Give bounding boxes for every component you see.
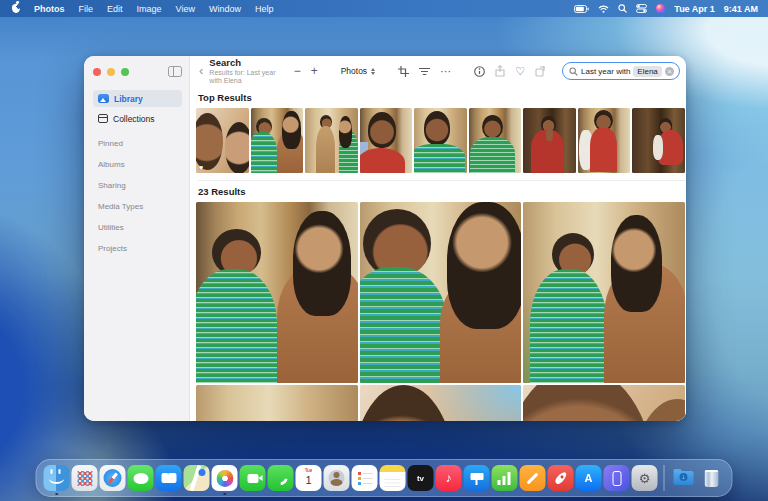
numbers-icon[interactable] — [492, 465, 518, 491]
filters-icon[interactable] — [419, 67, 430, 76]
app-store-icon[interactable]: A — [576, 465, 602, 491]
messages-icon[interactable] — [128, 465, 154, 491]
wifi-icon[interactable] — [598, 5, 609, 13]
view-dropdown[interactable]: Photos — [333, 63, 383, 79]
sidebar-section-media-types[interactable]: Media Types — [93, 202, 182, 211]
zoom-in-button[interactable]: + — [311, 65, 318, 77]
photo-selfie-two-friends[interactable]: ♥ — [196, 108, 249, 173]
photo-pair-alley-standing[interactable] — [196, 202, 358, 383]
view-dropdown-label: Photos — [341, 66, 367, 76]
photo-pair-close[interactable] — [360, 202, 522, 383]
share-icon[interactable] — [495, 65, 505, 77]
photo-pair-red-door[interactable] — [523, 108, 576, 173]
menu-bar: PhotosFileEditImageViewWindowHelp Tue Ap… — [0, 0, 768, 17]
tv-icon[interactable]: tv — [408, 465, 434, 491]
iphone-mirroring-icon[interactable] — [604, 465, 630, 491]
menu-image[interactable]: Image — [137, 4, 162, 14]
menu-help[interactable]: Help — [255, 4, 274, 14]
sidebar-section-pinned[interactable]: Pinned — [93, 139, 182, 148]
sidebar-sections: PinnedAlbumsSharingMedia TypesUtilitiesP… — [93, 139, 182, 253]
crop-icon[interactable] — [398, 66, 409, 77]
photo-girl-red-sitting[interactable] — [632, 108, 685, 173]
toggle-sidebar-icon[interactable] — [168, 66, 182, 77]
favorite-heart-icon[interactable]: ♡ — [515, 66, 525, 77]
facetime-icon[interactable] — [240, 465, 266, 491]
sidebar-section-albums[interactable]: Albums — [93, 160, 182, 169]
search-token-elena[interactable]: Elena — [633, 66, 661, 77]
zoom-out-button[interactable]: − — [294, 65, 301, 77]
more-options-button[interactable]: ⋯ — [440, 66, 451, 77]
photo-pair-alley-wide[interactable] — [523, 202, 685, 383]
clear-search-icon[interactable]: × — [665, 67, 674, 76]
page-title: Search — [209, 58, 278, 68]
back-button[interactable]: ‹ — [197, 64, 207, 79]
results-count-heading: 23 Results — [198, 180, 685, 197]
photo-girl-red-white-sleeves[interactable] — [578, 108, 631, 173]
photos-window: Library Collections PinnedAlbumsSharingM… — [84, 56, 686, 421]
menu-view[interactable]: View — [176, 4, 195, 14]
trash-icon[interactable] — [699, 465, 725, 491]
pages-icon[interactable] — [520, 465, 546, 491]
downloads-folder-icon[interactable] — [671, 465, 697, 491]
notes-icon[interactable] — [380, 465, 406, 491]
top-results-heading: Top Results — [198, 92, 685, 103]
zoom-group: − + — [286, 62, 326, 80]
control-center-icon[interactable] — [636, 4, 647, 13]
sidebar-section-sharing[interactable]: Sharing — [93, 181, 182, 190]
photo-selfie-sky[interactable] — [360, 385, 522, 421]
phone-icon[interactable] — [268, 465, 294, 491]
reminders-icon[interactable] — [352, 465, 378, 491]
sidebar-item-library[interactable]: Library — [93, 90, 182, 107]
results-grid — [196, 202, 685, 421]
menu-file[interactable]: File — [79, 4, 94, 14]
sidebar-item-collections[interactable]: Collections — [93, 110, 182, 127]
photo-selfie-warm-closeup[interactable] — [523, 385, 685, 421]
dock-tray — [671, 465, 725, 491]
maps-icon[interactable] — [184, 465, 210, 491]
music-icon[interactable]: ♪ — [436, 465, 462, 491]
finder-icon[interactable] — [44, 465, 70, 491]
battery-icon[interactable] — [574, 5, 589, 13]
menu-window[interactable]: Window — [209, 4, 241, 14]
library-icon — [98, 94, 109, 103]
launchpad-icon[interactable] — [72, 465, 98, 491]
rocket-app-icon[interactable] — [548, 465, 574, 491]
photo-girl-green-closeup[interactable] — [414, 108, 467, 173]
system-settings-icon[interactable]: ⚙ — [632, 465, 658, 491]
siri-icon[interactable] — [656, 4, 665, 13]
photo-pair-alley-far[interactable] — [196, 385, 358, 421]
photo-girl-red-leaning[interactable] — [360, 108, 413, 173]
menu-bar-date[interactable]: Tue Apr 1 — [674, 4, 715, 14]
calendar-icon[interactable]: Tue 1 — [296, 465, 322, 491]
sidebar-section-projects[interactable]: Projects — [93, 244, 182, 253]
photos-icon[interactable] — [212, 465, 238, 491]
top-results-strip: ♥ — [196, 108, 685, 173]
rotate-icon[interactable] — [535, 66, 546, 77]
apple-menu-icon[interactable] — [12, 4, 20, 13]
sidebar: Library Collections PinnedAlbumsSharingM… — [84, 56, 190, 421]
safari-icon[interactable] — [100, 465, 126, 491]
page-subtitle: Results for: Last year with Elena — [209, 69, 278, 84]
keynote-icon[interactable] — [464, 465, 490, 491]
contacts-icon[interactable] — [324, 465, 350, 491]
sidebar-section-utilities[interactable]: Utilities — [93, 223, 182, 232]
photo-pair-hug[interactable] — [305, 108, 358, 173]
dock: Tue 1 tv ♪ — [36, 459, 733, 497]
zoom-window-button[interactable] — [121, 68, 129, 76]
search-icon — [569, 67, 578, 76]
dock-divider — [664, 465, 665, 491]
edit-tools-group: ⋯ — [390, 63, 459, 80]
menu-bar-time[interactable]: 9:41 AM — [724, 4, 758, 14]
sidebar-item-label: Collections — [113, 114, 155, 124]
mail-icon[interactable] — [156, 465, 182, 491]
minimize-window-button[interactable] — [107, 68, 115, 76]
info-icon[interactable] — [474, 66, 485, 77]
search-input[interactable]: Last year with Elena × — [562, 62, 680, 80]
collections-icon — [98, 114, 108, 123]
menu-edit[interactable]: Edit — [107, 4, 123, 14]
spotlight-search-icon[interactable] — [618, 4, 627, 13]
photo-girl-green-mid[interactable] — [469, 108, 522, 173]
close-window-button[interactable] — [93, 68, 101, 76]
menu-photos[interactable]: Photos — [34, 4, 65, 14]
photo-pair-alley[interactable] — [251, 108, 304, 173]
